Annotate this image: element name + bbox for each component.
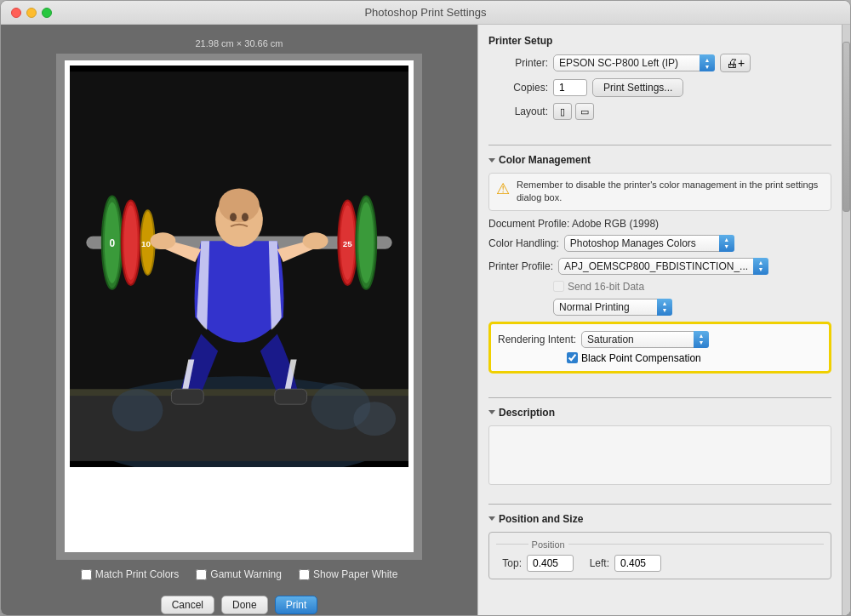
copies-label: Copies: [488, 82, 548, 94]
printer-profile-row: Printer Profile: APJ_OEMSCP800_FBDISTINC… [488, 258, 831, 275]
top-label: Top: [496, 557, 522, 569]
color-mgmt-toggle-icon [488, 158, 495, 163]
color-handling-row: Color Handling: Photoshop Manages Colors… [488, 235, 831, 252]
photo-preview: 0 10 25 [70, 66, 408, 467]
rendering-intent-label: Rendering Intent: [498, 334, 576, 345]
printer-profile-select-wrapper: APJ_OEMSCP800_FBDISTINCTION_... [558, 258, 768, 275]
printer-setup-header: Printer Setup [488, 35, 831, 47]
top-field-row: Top: [496, 555, 574, 572]
printer-select-wrapper: EPSON SC-P800 Left (IP) [553, 54, 715, 71]
rendering-intent-row: Rendering Intent: Saturation Perceptual … [498, 331, 822, 348]
black-point-checkbox[interactable] [567, 352, 578, 363]
color-management-header: Color Management [488, 154, 831, 166]
paper-size-label: 21.98 cm × 30.66 cm [195, 38, 283, 48]
close-button[interactable] [11, 8, 21, 18]
position-size-toggle-icon [488, 516, 495, 521]
send-16bit-label[interactable]: Send 16-bit Data [553, 281, 644, 293]
rendering-intent-arrow [694, 331, 709, 348]
scrollbar-track[interactable] [842, 25, 850, 615]
add-printer-button[interactable]: 🖨+ [720, 54, 751, 72]
svg-point-19 [242, 213, 248, 221]
svg-point-15 [303, 232, 328, 249]
gamut-warning-checkbox[interactable] [196, 569, 207, 580]
layout-label: Layout: [488, 106, 548, 117]
copies-row: Copies: Print Settings... [488, 78, 831, 97]
divider-1 [488, 145, 831, 145]
color-handling-arrow [719, 235, 734, 252]
svg-point-14 [151, 232, 176, 249]
bottom-checkboxes: Match Print Colors Gamut Warning Show Pa… [81, 560, 398, 589]
color-handling-label: Color Handling: [488, 237, 559, 249]
left-field-row: Left: [584, 555, 661, 572]
titlebar: Photoshop Print Settings [1, 1, 850, 25]
minimize-button[interactable] [26, 8, 37, 18]
rendering-intent-select-wrapper: Saturation Perceptual Relative Colorimet… [581, 331, 709, 348]
black-point-row: Black Point Compensation [498, 352, 822, 364]
position-fields: Top: Left: [496, 555, 824, 572]
svg-rect-21 [275, 389, 307, 404]
description-toggle-icon [488, 410, 495, 414]
position-group: Position Top: Left: [488, 532, 831, 579]
printer-setup-section: Printer Setup Printer: EPSON SC-P800 Lef… [488, 35, 831, 126]
color-handling-select-wrapper: Photoshop Manages Colors Printer Manages… [564, 235, 734, 252]
top-input[interactable] [527, 555, 574, 572]
color-handling-select[interactable]: Photoshop Manages Colors Printer Manages… [564, 235, 734, 252]
match-print-colors-checkbox[interactable] [81, 569, 92, 580]
description-section: Description [488, 407, 831, 485]
svg-point-17 [219, 188, 260, 222]
normal-printing-row: Normal Printing Hard Proofing [488, 299, 831, 316]
normal-printing-select[interactable]: Normal Printing Hard Proofing [553, 299, 672, 316]
print-settings-button[interactable]: Print Settings... [592, 78, 683, 97]
print-button[interactable]: Print [275, 596, 318, 614]
show-paper-white-label[interactable]: Show Paper White [299, 568, 397, 580]
printer-profile-arrow [753, 258, 768, 275]
normal-printing-arrow [657, 299, 672, 316]
position-size-header[interactable]: Position and Size [488, 513, 831, 525]
done-button[interactable]: Done [221, 596, 268, 614]
print-preview-panel: 21.98 cm × 30.66 cm [1, 25, 477, 615]
divider-3 [488, 504, 831, 505]
maximize-button[interactable] [42, 8, 52, 18]
send-16bit-checkbox[interactable] [553, 281, 564, 292]
printer-select[interactable]: EPSON SC-P800 Left (IP) [553, 54, 715, 71]
warning-box: ⚠ Remember to disable the printer's colo… [488, 173, 831, 211]
show-paper-white-checkbox[interactable] [299, 569, 310, 580]
right-settings-panel: Printer Setup Printer: EPSON SC-P800 Lef… [477, 25, 842, 615]
position-group-label: Position [496, 539, 824, 550]
normal-printing-select-wrapper: Normal Printing Hard Proofing [553, 299, 672, 316]
printer-select-arrow [700, 54, 715, 71]
description-area [488, 425, 831, 485]
divider-2 [488, 397, 831, 398]
layout-portrait-button[interactable]: ▯ [553, 103, 572, 120]
bottom-action-buttons: Cancel Done Print [161, 589, 318, 615]
svg-point-13 [358, 202, 374, 283]
svg-point-25 [112, 389, 163, 431]
paper: 0 10 25 [65, 60, 414, 552]
description-header[interactable]: Description [488, 407, 831, 419]
cancel-button[interactable]: Cancel [161, 596, 214, 614]
svg-text:10: 10 [141, 239, 151, 248]
scrollbar-thumb[interactable] [842, 42, 850, 212]
left-input[interactable] [614, 555, 661, 572]
layout-landscape-button[interactable]: ▭ [575, 103, 594, 120]
copies-input[interactable] [553, 79, 587, 96]
paper-container: 0 10 25 [56, 54, 422, 560]
printer-profile-label: Printer Profile: [488, 260, 553, 272]
left-label: Left: [584, 557, 609, 569]
warning-text: Remember to disable the printer's color … [517, 179, 824, 205]
svg-point-8 [124, 205, 138, 280]
layout-icons: ▯ ▭ [553, 103, 594, 120]
send-16bit-row: Send 16-bit Data [488, 281, 831, 293]
color-management-section: Color Management ⚠ Remember to disable t… [488, 154, 831, 379]
main-window: Photoshop Print Settings 21.98 cm × 30.6… [0, 0, 851, 616]
printer-profile-select[interactable]: APJ_OEMSCP800_FBDISTINCTION_... [558, 258, 768, 275]
match-print-colors-label[interactable]: Match Print Colors [81, 568, 180, 580]
black-point-label[interactable]: Black Point Compensation [567, 352, 701, 364]
window-title: Photoshop Print Settings [364, 6, 486, 19]
svg-text:25: 25 [343, 239, 353, 248]
rendering-intent-select[interactable]: Saturation Perceptual Relative Colorimet… [581, 331, 709, 348]
main-content: 21.98 cm × 30.66 cm [1, 25, 850, 615]
traffic-lights [11, 8, 52, 18]
warning-icon: ⚠ [496, 180, 510, 198]
gamut-warning-label[interactable]: Gamut Warning [196, 568, 282, 580]
